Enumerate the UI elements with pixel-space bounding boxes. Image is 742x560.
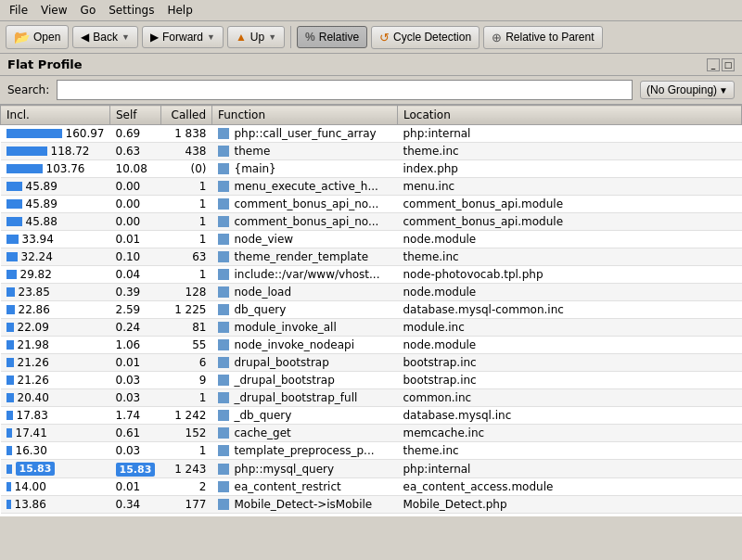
table-row[interactable]: 14.00 0.012 ea_content_restrict ea_conte…: [1, 478, 742, 496]
percent-icon: %: [305, 31, 315, 44]
table-row[interactable]: 22.86 2.591 225 db_query database.mysql-…: [1, 301, 742, 319]
called-value: 6: [199, 356, 207, 369]
function-name: Mobile_Detect->isMobile: [235, 498, 373, 511]
up-label: Up: [250, 31, 264, 44]
menu-help[interactable]: Help: [161, 2, 198, 19]
incl-value: 16.30: [16, 444, 47, 457]
back-arrow-icon: ▼: [122, 32, 130, 42]
table-row[interactable]: 29.82 0.041 include::/var/www/vhost... n…: [1, 266, 742, 284]
table-row[interactable]: 13.86 0.34177 Mobile_Detect->isMobile Mo…: [1, 496, 742, 514]
called-value: 1 242: [174, 409, 206, 422]
cycle-detection-label: Cycle Detection: [393, 31, 471, 44]
self-value: 0.00: [116, 180, 141, 193]
called-value: 2: [199, 480, 207, 493]
relative-to-parent-button[interactable]: ⊕ Relative to Parent: [483, 26, 602, 49]
forward-button[interactable]: ▶ Forward ▼: [142, 26, 224, 48]
incl-bar: [6, 235, 19, 244]
called-value: 1: [199, 180, 207, 193]
maximize-button[interactable]: □: [722, 58, 735, 71]
function-name: node_load: [235, 286, 292, 299]
incl-value: 20.40: [18, 391, 49, 404]
function-icon: [218, 146, 229, 157]
table-row[interactable]: 20.40 0.031 _drupal_bootstrap_full commo…: [1, 389, 742, 407]
incl-bar: [6, 375, 14, 385]
col-header-location[interactable]: Location: [398, 106, 742, 125]
self-value: 1.06: [116, 338, 141, 351]
col-header-self[interactable]: Self: [110, 106, 161, 125]
table-row[interactable]: 45.89 0.001 menu_execute_active_h... men…: [1, 178, 742, 196]
relative-button[interactable]: % Relative: [297, 26, 367, 48]
col-header-called[interactable]: Called: [161, 106, 212, 125]
cycle-detection-button[interactable]: ↺ Cycle Detection: [371, 26, 480, 49]
table-row[interactable]: 32.24 0.1063 theme_render_template theme…: [1, 248, 742, 266]
location-value: database.mysql-common.inc: [403, 303, 564, 316]
location-value: menu.inc: [403, 180, 455, 193]
function-icon: [218, 375, 229, 386]
incl-bar: [6, 340, 14, 350]
incl-value: 22.86: [19, 303, 50, 316]
self-value: 0.03: [116, 374, 141, 387]
function-name: _drupal_bootstrap: [235, 374, 335, 387]
function-name: node_view: [235, 233, 294, 246]
menu-settings[interactable]: Settings: [103, 2, 160, 19]
location-value: ea_content_access.module: [403, 480, 554, 493]
function-name: _db_query: [235, 409, 292, 422]
up-button[interactable]: ▲ Up ▼: [227, 26, 285, 48]
open-button[interactable]: 📂 Open: [6, 25, 69, 49]
location-value: bootstrap.inc: [403, 356, 477, 369]
incl-bar: [6, 305, 15, 314]
called-value: 55: [192, 338, 206, 351]
minimize-button[interactable]: _: [707, 58, 720, 71]
self-value: 0.00: [116, 197, 141, 210]
up-arrow-icon: ▼: [268, 32, 276, 42]
table-row[interactable]: 17.83 1.741 242 _db_query database.mysql…: [1, 407, 742, 425]
grouping-arrow-icon: ▼: [719, 85, 728, 95]
menu-view[interactable]: View: [35, 2, 72, 19]
function-name: ea_content_restrict: [235, 480, 341, 493]
location-value: node.module: [403, 338, 477, 351]
self-value: 0.04: [116, 268, 141, 281]
table-row[interactable]: 118.72 0.63438 theme theme.inc: [1, 143, 742, 160]
location-value: node.module: [403, 233, 477, 246]
table-row[interactable]: 16.30 0.031 template_preprocess_p... the…: [1, 442, 742, 460]
called-value: 9: [199, 374, 207, 387]
self-value: 0.69: [116, 127, 141, 140]
incl-bar: [6, 129, 62, 138]
col-header-incl[interactable]: Incl.: [1, 106, 110, 125]
menu-file[interactable]: File: [4, 2, 33, 19]
incl-bar: [6, 146, 47, 156]
table-row[interactable]: 33.94 0.011 node_view node.module: [1, 231, 742, 248]
table-row[interactable]: 160.97 0.691 838 php::call_user_func_arr…: [1, 125, 742, 143]
table-row[interactable]: 22.09 0.2481 module_invoke_all module.in…: [1, 319, 742, 337]
function-icon: [218, 163, 229, 174]
incl-value: 22.09: [18, 321, 49, 334]
function-name: theme: [235, 145, 271, 158]
function-icon: [218, 339, 229, 350]
search-input[interactable]: [57, 80, 633, 100]
function-name: {main}: [235, 162, 276, 175]
grouping-button[interactable]: (No Grouping) ▼: [640, 81, 735, 99]
table-row[interactable]: 103.76 10.08(0) {main} index.php: [1, 160, 742, 178]
table-row[interactable]: 45.89 0.001 comment_bonus_api_no... comm…: [1, 196, 742, 213]
table-row[interactable]: 17.41 0.61152 cache_get memcache.inc: [1, 425, 742, 442]
table-row[interactable]: 15.83 15.831 243 php::mysql_query php:in…: [1, 460, 742, 478]
location-value: common.inc: [403, 391, 472, 404]
incl-bar: [6, 323, 14, 332]
back-button[interactable]: ◀ Back ▼: [72, 26, 138, 48]
function-name: php::call_user_func_array: [235, 127, 377, 140]
table-container[interactable]: Incl. Self Called Function Location 160.…: [0, 105, 742, 516]
table-row[interactable]: 23.85 0.39128 node_load node.module: [1, 284, 742, 301]
table-row[interactable]: 21.98 1.0655 node_invoke_nodeapi node.mo…: [1, 337, 742, 354]
called-value: 3: [199, 515, 207, 516]
function-name: _drupal_bootstrap_full: [235, 391, 358, 404]
table-row[interactable]: 45.88 0.001 comment_bonus_api_no... comm…: [1, 213, 742, 231]
table-row[interactable]: 13.81 0.023 ea_premium_get_ft_con... ea_…: [1, 514, 742, 517]
menu-go[interactable]: Go: [75, 2, 102, 19]
col-header-function[interactable]: Function: [212, 106, 398, 125]
incl-bar: [6, 164, 43, 173]
table-row[interactable]: 21.26 0.039 _drupal_bootstrap bootstrap.…: [1, 372, 742, 389]
self-value: 0.61: [116, 426, 141, 439]
table-row[interactable]: 21.26 0.016 drupal_bootstrap bootstrap.i…: [1, 354, 742, 372]
incl-value: 17.41: [16, 426, 47, 439]
location-value: memcache.inc: [403, 426, 485, 439]
